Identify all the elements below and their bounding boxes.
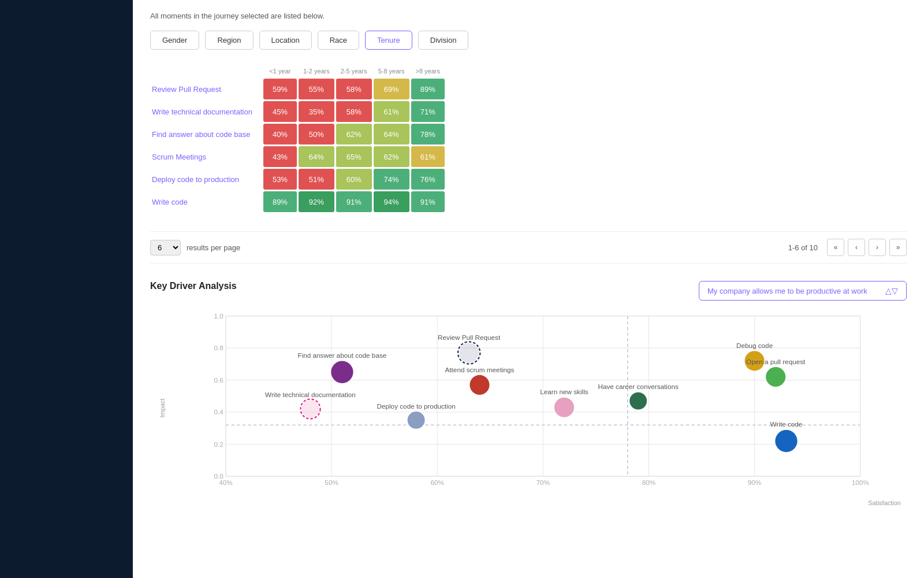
heatmap-cell: 45% bbox=[263, 101, 297, 122]
kda-dropdown-value: My company allows me to be productive at… bbox=[707, 287, 867, 295]
svg-text:80%: 80% bbox=[642, 479, 655, 486]
sidebar bbox=[0, 0, 133, 578]
heatmap-col-header: 5-8 years bbox=[374, 65, 409, 77]
kda-title: Key Driver Analysis bbox=[150, 281, 237, 291]
heatmap-cell: 35% bbox=[299, 101, 334, 122]
kda-point-label: Attend scrum meetings bbox=[445, 366, 515, 373]
results-per-page-select[interactable]: 6102050 bbox=[150, 240, 181, 255]
heatmap-col-header: <1 year bbox=[263, 65, 297, 77]
heatmap-cell: 89% bbox=[263, 191, 297, 212]
svg-point-36 bbox=[629, 392, 647, 410]
heatmap-cell: 50% bbox=[299, 124, 334, 144]
heatmap-cell: 43% bbox=[263, 146, 297, 167]
kda-point-label: Learn new skills bbox=[540, 388, 588, 395]
svg-text:40%: 40% bbox=[219, 479, 232, 486]
heatmap-cell: 69% bbox=[374, 79, 409, 99]
heatmap-col-header: >8 years bbox=[411, 65, 445, 77]
first-page-button[interactable]: « bbox=[827, 239, 844, 256]
svg-text:0.6: 0.6 bbox=[214, 376, 223, 384]
heatmap-cell: 61% bbox=[374, 101, 409, 122]
kda-point-label: Deploy code to production bbox=[377, 402, 456, 410]
svg-text:0.2: 0.2 bbox=[214, 440, 223, 448]
heatmap-row-label[interactable]: Find answer about code base bbox=[152, 124, 262, 144]
filter-buttons: GenderRegionLocationRaceTenureDivision bbox=[150, 31, 907, 50]
kda-dropdown-arrow: △▽ bbox=[885, 286, 898, 295]
pagination-bar: 6102050 results per page 1-6 of 10 « ‹ ›… bbox=[150, 231, 907, 264]
heatmap-cell: 51% bbox=[299, 169, 334, 190]
svg-point-30 bbox=[459, 343, 479, 362]
svg-point-31 bbox=[331, 361, 353, 383]
filter-btn-race[interactable]: Race bbox=[318, 31, 359, 50]
filter-btn-location[interactable]: Location bbox=[259, 31, 312, 50]
heatmap-cell: 53% bbox=[263, 169, 297, 190]
svg-text:1.0: 1.0 bbox=[214, 312, 223, 320]
kda-point-label: Debug code bbox=[736, 342, 773, 349]
filter-btn-gender[interactable]: Gender bbox=[150, 31, 199, 50]
filter-btn-division[interactable]: Division bbox=[418, 31, 469, 50]
heatmap-cell: 59% bbox=[263, 79, 297, 99]
heatmap-table: <1 year1-2 years2-5 years5-8 years>8 yea… bbox=[150, 64, 446, 214]
heatmap-cell: 91% bbox=[411, 191, 445, 212]
heatmap-cell: 76% bbox=[411, 169, 445, 190]
heatmap-cell: 62% bbox=[374, 146, 409, 167]
heatmap-row-label[interactable]: Write code bbox=[152, 191, 262, 212]
heatmap-cell: 94% bbox=[374, 191, 409, 212]
heatmap-cell: 78% bbox=[411, 124, 445, 144]
heatmap-cell: 89% bbox=[411, 79, 445, 99]
heatmap-cell: 61% bbox=[411, 146, 445, 167]
pagination-controls: 1-6 of 10 « ‹ › » bbox=[788, 239, 907, 256]
kda-chart-svg: 0.00.20.40.60.81.040%50%60%70%80%90%100%… bbox=[173, 310, 907, 495]
svg-point-34 bbox=[470, 375, 489, 395]
heatmap-cell: 40% bbox=[263, 124, 297, 144]
heatmap-cell: 62% bbox=[336, 124, 372, 144]
kda-point-label: Find answer about code base bbox=[298, 351, 387, 359]
heatmap-cell: 91% bbox=[336, 191, 372, 212]
heatmap-col-header: 2-5 years bbox=[336, 65, 372, 77]
heatmap-row-label[interactable]: Review Pull Request bbox=[152, 79, 262, 99]
heatmap-row-label[interactable]: Write technical documentation bbox=[152, 101, 262, 122]
x-axis-label: Satisfaction bbox=[868, 499, 901, 506]
svg-text:60%: 60% bbox=[430, 479, 444, 486]
heatmap-cell: 92% bbox=[299, 191, 334, 212]
heatmap-cell: 65% bbox=[336, 146, 372, 167]
heatmap-cell: 74% bbox=[374, 169, 409, 190]
heatmap-cell: 60% bbox=[336, 169, 372, 190]
kda-point-label: Write technical documentation bbox=[265, 391, 356, 398]
kda-point-label: Review Pull Request bbox=[438, 334, 501, 341]
next-page-button[interactable]: › bbox=[869, 239, 886, 256]
kda-point-label: Have career conversations bbox=[598, 383, 679, 390]
results-per-page: 6102050 results per page bbox=[150, 240, 240, 255]
heatmap-cell: 58% bbox=[336, 101, 372, 122]
heatmap-row-label[interactable]: Scrum Meetings bbox=[152, 146, 262, 167]
svg-text:0.4: 0.4 bbox=[214, 408, 223, 416]
subtitle: All moments in the journey selected are … bbox=[150, 12, 907, 20]
kda-point-label: Write code bbox=[770, 420, 803, 428]
chart-container: Impact 0.00.20.40.60.81.040%50%60%70%80%… bbox=[150, 310, 907, 506]
page-info: 1-6 of 10 bbox=[788, 243, 818, 252]
svg-text:100%: 100% bbox=[852, 479, 869, 486]
last-page-button[interactable]: » bbox=[889, 239, 907, 256]
heatmap-cell: 58% bbox=[336, 79, 372, 99]
results-per-page-label: results per page bbox=[187, 243, 240, 252]
heatmap-cell: 55% bbox=[299, 79, 334, 99]
kda-header: Key Driver Analysis My company allows me… bbox=[150, 281, 907, 301]
heatmap-cell: 71% bbox=[411, 101, 445, 122]
kda-dropdown[interactable]: My company allows me to be productive at… bbox=[699, 281, 907, 301]
y-axis-label: Impact bbox=[159, 398, 166, 417]
svg-text:0.8: 0.8 bbox=[214, 344, 223, 351]
svg-point-33 bbox=[302, 401, 319, 418]
svg-text:50%: 50% bbox=[325, 479, 338, 486]
heatmap-row-label[interactable]: Deploy code to production bbox=[152, 169, 262, 190]
filter-btn-region[interactable]: Region bbox=[205, 31, 253, 50]
filter-btn-tenure[interactable]: Tenure bbox=[365, 31, 412, 50]
main-content: All moments in the journey selected are … bbox=[133, 0, 924, 578]
heatmap-col-header: 1-2 years bbox=[299, 65, 334, 77]
heatmap-cell: 64% bbox=[374, 124, 409, 144]
heatmap-cell: 64% bbox=[299, 146, 334, 167]
heatmap-section: <1 year1-2 years2-5 years5-8 years>8 yea… bbox=[150, 64, 907, 214]
svg-point-35 bbox=[554, 398, 574, 417]
svg-point-40 bbox=[775, 430, 797, 452]
kda-point-label: Open a pull request bbox=[746, 358, 806, 365]
svg-point-39 bbox=[408, 412, 425, 429]
prev-page-button[interactable]: ‹ bbox=[848, 239, 865, 256]
